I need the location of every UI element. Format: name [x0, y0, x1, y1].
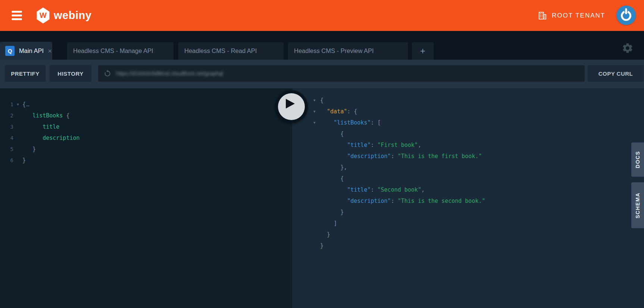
code-text: "data": { — [320, 106, 357, 117]
response-line: ▼ "data": { — [292, 106, 644, 117]
tab-main-api[interactable]: Q Main API × — [0, 42, 52, 60]
hamburger-menu-icon[interactable] — [12, 11, 22, 20]
code-token: , — [418, 142, 421, 148]
code-token: }, — [340, 164, 347, 171]
fold-arrow-icon[interactable]: ▼ — [313, 106, 320, 117]
settings-gear-icon[interactable] — [622, 42, 634, 54]
tab-label: Headless CMS - Read API — [178, 47, 257, 54]
code-token: description — [43, 135, 79, 141]
code-token: : — [371, 186, 377, 193]
code-token: : — [391, 153, 398, 160]
response-line: "title": "First book", — [292, 139, 644, 151]
docs-side-tab[interactable]: DOCS — [631, 142, 644, 177]
code-text: "description": "This is the first book." — [320, 151, 482, 162]
response-line: "title": "Second book", — [292, 184, 644, 195]
prettify-button[interactable]: PRETTIFY — [5, 65, 46, 82]
code-token: : [ — [371, 119, 381, 126]
history-button[interactable]: HISTORY — [50, 65, 91, 82]
response-line: ▼{ — [292, 95, 644, 106]
code-token: "description" — [347, 153, 391, 160]
code-token: } — [22, 157, 26, 164]
reload-icon — [103, 69, 112, 78]
code-text: description — [22, 132, 80, 144]
tab-headless-cms-manage-api[interactable]: Headless CMS - Manage API — [67, 42, 173, 60]
fold-arrow-icon — [13, 121, 22, 132]
query-line: 1▼{ — [0, 99, 292, 110]
tab-headless-cms-read-api[interactable]: Headless CMS - Read API — [178, 42, 284, 60]
code-token: { — [66, 112, 69, 119]
fold-arrow-icon — [313, 128, 320, 139]
code-text: { — [22, 99, 29, 110]
schema-side-tab[interactable]: SCHEMA — [631, 182, 644, 228]
code-text: "title": "First book", — [320, 139, 421, 151]
code-token: { — [22, 101, 26, 108]
line-number: 6 — [0, 155, 13, 166]
fold-arrow-icon — [13, 144, 22, 155]
code-token: } — [327, 231, 330, 238]
code-text: }, — [320, 162, 347, 173]
code-token: "title" — [347, 142, 371, 148]
tab-label: Main API — [19, 47, 44, 54]
fold-arrow-icon — [313, 162, 320, 173]
query-editor[interactable]: 1▼{2 listBooks {3 title4 description5 }6… — [0, 88, 292, 308]
schema-side-tab-label: SCHEMA — [635, 192, 641, 219]
line-number: 3 — [0, 121, 13, 132]
code-text: listBooks { — [22, 110, 69, 121]
line-number: 2 — [0, 110, 13, 121]
code-token: ] — [334, 220, 337, 227]
fold-arrow-icon — [13, 132, 22, 144]
response-line: } — [292, 240, 644, 251]
playground-toolbar: PRETTIFY HISTORY https://d1t043n5d8tnsl.… — [0, 60, 644, 88]
code-token: { — [320, 97, 323, 104]
code-text: { — [320, 128, 344, 139]
user-avatar[interactable] — [616, 6, 636, 25]
response-line: } — [292, 207, 644, 218]
code-token: "Second book" — [378, 186, 421, 193]
copy-curl-button[interactable]: COPY CURL — [588, 65, 644, 82]
code-text: "listBooks": [ — [320, 117, 381, 128]
query-line: 4 description — [0, 132, 292, 144]
code-token: "data" — [327, 108, 347, 115]
response-line: { — [292, 173, 644, 184]
fold-arrow-icon[interactable]: ▼ — [13, 99, 22, 110]
code-text: } — [22, 144, 36, 155]
add-tab-button[interactable]: + — [412, 42, 434, 60]
webiny-logo: W webiny — [36, 7, 91, 23]
line-number: 4 — [0, 132, 13, 144]
code-token: } — [32, 146, 36, 153]
endpoint-url-input[interactable]: https://d1t043n5d8tnsl.cloudfront.net/gr… — [98, 65, 585, 82]
play-icon — [286, 99, 295, 109]
close-tab-icon[interactable]: × — [48, 47, 52, 54]
response-line: { — [292, 128, 644, 139]
query-line: 3 title — [0, 121, 292, 132]
code-token: { — [340, 175, 344, 182]
fold-arrow-icon[interactable]: ▼ — [313, 117, 320, 128]
fold-arrow-icon — [313, 207, 320, 218]
code-token: "First book" — [378, 142, 418, 148]
fold-arrow-icon — [13, 110, 22, 121]
tab-headless-cms-preview-api[interactable]: Headless CMS - Preview API — [288, 42, 408, 60]
tab-label: Headless CMS - Preview API — [288, 47, 374, 54]
plus-icon: + — [420, 46, 425, 56]
response-line: ] — [292, 218, 644, 229]
fold-arrow-icon[interactable]: ▼ — [313, 95, 320, 106]
playground-workspace: 1▼{2 listBooks {3 title4 description5 }6… — [0, 88, 644, 308]
tenant-label: ROOT TENANT — [552, 12, 605, 19]
execute-query-button[interactable] — [275, 90, 308, 123]
code-text: "description": "This is the second book.… — [320, 195, 485, 207]
code-text: } — [320, 207, 344, 218]
response-line: ▼ "listBooks": [ — [292, 117, 644, 128]
code-text: { — [320, 173, 344, 184]
tenant-selector[interactable]: ROOT TENANT — [538, 0, 605, 31]
code-text: "title": "Second book", — [320, 184, 425, 195]
fold-arrow-icon — [313, 229, 320, 240]
code-token: } — [320, 242, 323, 249]
code-token: : { — [347, 108, 357, 115]
response-line: "description": "This is the second book.… — [292, 195, 644, 207]
fold-arrow-icon — [13, 155, 22, 166]
text-cursor — [26, 106, 29, 106]
query-line: 5 } — [0, 144, 292, 155]
fold-arrow-icon — [313, 184, 320, 195]
code-text: title — [22, 121, 59, 132]
response-line: "description": "This is the first book." — [292, 151, 644, 162]
